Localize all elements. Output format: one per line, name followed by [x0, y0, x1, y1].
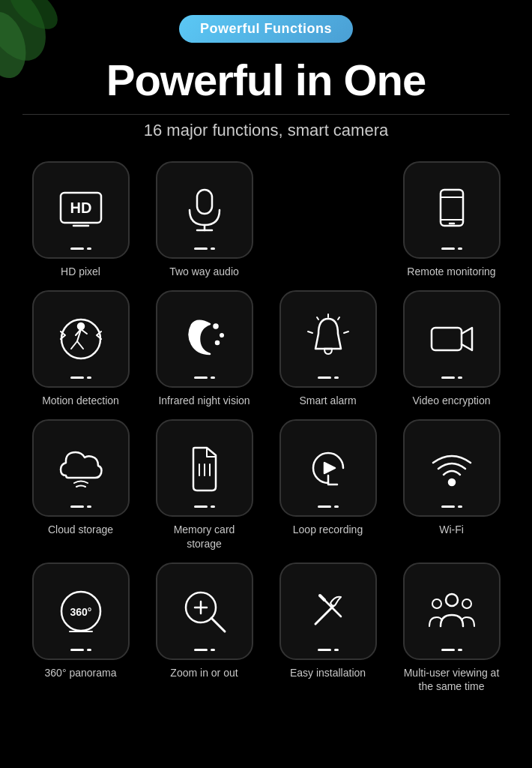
page-title: Powerful in One [106, 55, 426, 105]
remote-monitoring-label: Remote monitoring [407, 265, 495, 278]
svg-point-20 [214, 325, 217, 328]
video-encryption-label: Video encryption [412, 394, 490, 407]
video-encryption-icon-box [403, 290, 501, 388]
feature-wifi: Wi-Fi [393, 419, 510, 550]
users-icon [426, 585, 478, 638]
zoom-icon [178, 585, 231, 638]
svg-line-42 [315, 606, 333, 624]
svg-line-27 [308, 332, 312, 333]
svg-point-21 [220, 334, 223, 337]
multi-user-icon-box [403, 562, 501, 660]
svg-line-26 [338, 317, 339, 320]
motion-detection-icon-box [32, 290, 130, 388]
feature-loop-recording: Loop recording [270, 419, 386, 550]
svg-point-34 [449, 479, 455, 485]
hd-pixel-label: HD pixel [61, 265, 100, 278]
motion-icon [55, 313, 107, 365]
panorama-icon-box: 360° [32, 562, 130, 660]
memory-card-storage-label: Memory card storage [156, 523, 253, 550]
svg-point-45 [446, 594, 458, 606]
badge-label: Powerful Functions [179, 15, 353, 43]
feature-hd-pixel: HD HD pixel [22, 161, 139, 278]
svg-point-22 [216, 341, 219, 344]
svg-point-46 [432, 599, 441, 608]
svg-line-19 [81, 329, 87, 334]
moon-icon [178, 313, 231, 365]
feature-zoom: Zoom in or out [146, 562, 262, 693]
remote-monitoring-icon-box [403, 161, 501, 259]
svg-line-39 [211, 618, 225, 632]
smart-alarm-icon-box [279, 290, 377, 388]
page-content: Powerful Functions Powerful in One 16 ma… [0, 0, 532, 716]
feature-panorama: 360° 360° panorama [22, 562, 139, 693]
svg-line-44 [320, 596, 324, 600]
alarm-icon [302, 313, 354, 365]
svg-text:HD: HD [70, 200, 91, 216]
sdcard-icon [178, 442, 231, 494]
feature-infrared-night-vision: Infrared night vision [146, 290, 262, 407]
infrared-night-vision-icon-box [156, 290, 253, 388]
feature-cloud-storage: Cloud storage [22, 419, 139, 550]
cloud-storage-label: Cloud storage [48, 523, 113, 536]
wifi-icon-box [403, 419, 501, 517]
zoom-icon-box [156, 562, 253, 660]
feature-motion-detection: Motion detection [22, 290, 139, 407]
tools-icon [302, 585, 354, 638]
feature-smart-alarm: Smart alarm [270, 290, 386, 407]
feature-video-encryption: Video encryption [393, 290, 510, 407]
mic-icon [178, 184, 231, 236]
panorama-label: 360° panorama [45, 666, 117, 680]
phone-icon [426, 184, 478, 236]
easy-installation-label: Easy installation [290, 666, 366, 680]
divider [22, 114, 510, 115]
svg-line-28 [344, 332, 348, 333]
feature-easy-installation: Easy installation [270, 562, 386, 693]
feature-remote-monitoring: Remote monitoring [393, 161, 510, 278]
infrared-night-vision-label: Infrared night vision [158, 394, 250, 407]
svg-line-17 [77, 341, 83, 349]
multi-user-label: Multi-user viewing at the same time [403, 666, 501, 693]
loop-recording-label: Loop recording [293, 523, 363, 536]
smart-alarm-label: Smart alarm [299, 394, 356, 407]
svg-rect-6 [197, 190, 212, 214]
features-grid: HD HD pixel Two way audio [22, 161, 510, 693]
wifi-label: Wi-Fi [439, 523, 464, 536]
feature-placeholder [270, 161, 386, 278]
feature-two-way-audio: Two way audio [146, 161, 262, 278]
svg-point-14 [78, 323, 84, 329]
two-way-audio-label: Two way audio [169, 265, 239, 278]
zoom-label: Zoom in or out [170, 666, 238, 680]
feature-memory-card-storage: Memory card storage [146, 419, 262, 550]
svg-point-47 [462, 599, 471, 608]
loop-icon [302, 442, 354, 494]
memory-card-storage-icon-box [156, 419, 253, 517]
svg-marker-33 [324, 463, 335, 473]
svg-line-16 [71, 341, 77, 349]
hd-pixel-icon-box: HD [32, 161, 130, 259]
cloud-icon [55, 442, 107, 494]
panorama-icon: 360° [55, 585, 107, 638]
easy-installation-icon-box [279, 562, 377, 660]
loop-recording-icon-box [279, 419, 377, 517]
svg-rect-29 [432, 328, 462, 350]
subtitle: 16 major functions, smart camera [144, 121, 388, 140]
svg-text:360°: 360° [70, 606, 91, 618]
motion-detection-label: Motion detection [42, 394, 119, 407]
feature-multi-user: Multi-user viewing at the same time [393, 562, 510, 693]
two-way-audio-icon-box [156, 161, 253, 259]
video-icon [426, 313, 478, 365]
hd-icon: HD [55, 184, 107, 236]
wifi-icon [426, 442, 478, 494]
cloud-storage-icon-box [32, 419, 130, 517]
svg-line-25 [317, 317, 318, 320]
